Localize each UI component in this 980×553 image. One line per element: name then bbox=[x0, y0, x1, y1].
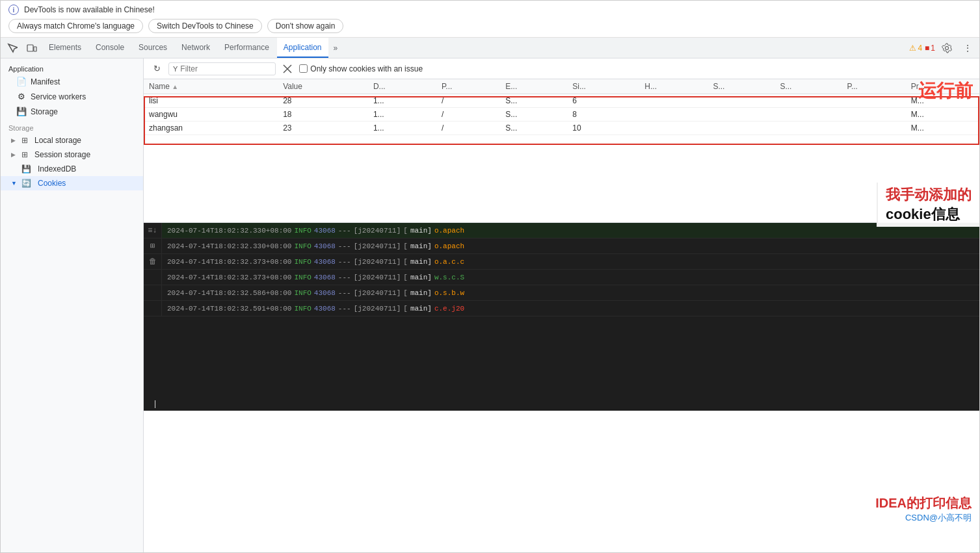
log-pid: 43068 bbox=[314, 242, 336, 250]
settings-icon-btn[interactable] bbox=[938, 39, 956, 57]
log-row[interactable]: 2024-07-14T18:02:32.373+08:00 INFO 43068… bbox=[144, 270, 979, 285]
cookie-table-container: Name ▲ Value D... P... E... Si... H... S… bbox=[144, 79, 979, 222]
tab-elements[interactable]: Elements bbox=[42, 38, 88, 58]
col-samesite: S... bbox=[775, 79, 841, 94]
device-icon-btn[interactable] bbox=[23, 39, 41, 57]
log-class-main: main] bbox=[410, 242, 432, 250]
sidebar-item-storage-top[interactable]: 💾 Storage bbox=[1, 104, 143, 119]
refresh-btn[interactable]: ↻ bbox=[149, 61, 165, 77]
table-cell-2: 1... bbox=[368, 122, 436, 135]
log-thread: [j20240711] bbox=[354, 258, 401, 266]
bottom-annotation: IDEA的打印信息 CSDN@小高不明 bbox=[867, 492, 979, 526]
tab-sources[interactable]: Sources bbox=[132, 38, 174, 58]
log-dash: --- bbox=[338, 242, 351, 250]
table-cell-0: zhangsan bbox=[144, 122, 278, 135]
cookie-annotation-line2: cookie信息 bbox=[886, 205, 972, 224]
table-row[interactable]: wangwu181.../S...8M... bbox=[144, 108, 979, 122]
table-header-row: Name ▲ Value D... P... E... Si... H... S… bbox=[144, 79, 979, 94]
log-timestamp: 2024-07-14T18:02:32.373+08:00 bbox=[167, 274, 291, 281]
log-thread: [j20240711] bbox=[354, 305, 401, 313]
log-bracket: [ bbox=[403, 305, 408, 313]
filter-input[interactable] bbox=[180, 64, 271, 73]
log-row-content: 2024-07-14T18:02:32.586+08:00 INFO 43068… bbox=[162, 285, 979, 300]
warning-badge: ⚠ 4 bbox=[909, 44, 922, 53]
error-badge: ■ 1 bbox=[925, 44, 935, 53]
sidebar-item-service-workers[interactable]: ⚙ Service workers bbox=[1, 89, 143, 104]
log-row[interactable]: 2024-07-14T18:02:32.591+08:00 INFO 43068… bbox=[144, 301, 979, 316]
table-row[interactable]: zhangsan231.../S...10M... bbox=[144, 122, 979, 135]
table-cell-6 bbox=[639, 122, 708, 135]
log-row[interactable]: ⊞2024-07-14T18:02:32.330+08:00 INFO 4306… bbox=[144, 238, 979, 254]
log-pid: 43068 bbox=[314, 305, 336, 313]
tab-bar: Elements Console Sources Network Perform… bbox=[1, 38, 979, 58]
log-row-content: 2024-07-14T18:02:32.373+08:00 INFO 43068… bbox=[162, 270, 979, 285]
cookies-icon: 🔄 bbox=[21, 179, 31, 188]
log-row-icon bbox=[144, 301, 162, 316]
col-httponly: H... bbox=[639, 79, 708, 94]
table-cell-5: 8 bbox=[567, 108, 639, 122]
log-row[interactable]: 2024-07-14T18:02:32.586+08:00 INFO 43068… bbox=[144, 285, 979, 301]
always-match-btn[interactable]: Always match Chrome's language bbox=[8, 19, 143, 33]
log-thread: [j20240711] bbox=[354, 227, 401, 235]
table-cell-3: / bbox=[436, 94, 500, 108]
table-cell-6 bbox=[639, 108, 708, 122]
table-cell-1: 23 bbox=[278, 122, 368, 135]
table-cell-9 bbox=[841, 122, 905, 135]
log-class-main: main] bbox=[410, 227, 432, 235]
log-thread: [j20240711] bbox=[354, 242, 401, 250]
error-count: 1 bbox=[931, 44, 935, 53]
tab-performance[interactable]: Performance bbox=[218, 38, 276, 58]
log-timestamp: 2024-07-14T18:02:32.330+08:00 bbox=[167, 242, 291, 250]
log-class-other: w.s.c.S bbox=[434, 274, 464, 281]
log-row-icon bbox=[144, 285, 162, 300]
log-class-other: o.a.c.c bbox=[434, 258, 464, 266]
col-path: P... bbox=[436, 79, 500, 94]
filter-icon: Y bbox=[173, 65, 178, 73]
only-show-issue-label[interactable]: Only show cookies with an issue bbox=[299, 64, 423, 73]
only-show-issue-checkbox[interactable] bbox=[299, 64, 308, 73]
sidebar-item-manifest[interactable]: 📄 Manifest bbox=[1, 74, 143, 89]
more-options-btn[interactable]: ⋮ bbox=[959, 39, 977, 57]
tab-network[interactable]: Network bbox=[175, 38, 217, 58]
table-cell-5: 10 bbox=[567, 122, 639, 135]
session-storage-label: Session storage bbox=[34, 150, 90, 159]
table-cell-10: M... bbox=[906, 108, 979, 122]
tab-application[interactable]: Application bbox=[277, 38, 328, 58]
dont-show-btn[interactable]: Don't show again bbox=[267, 19, 344, 33]
log-dash: --- bbox=[338, 274, 351, 281]
tab-console[interactable]: Console bbox=[89, 38, 131, 58]
main-area: Application 📄 Manifest ⚙ Service workers… bbox=[1, 58, 979, 552]
expand-arrow-cookies: ▼ bbox=[11, 180, 18, 186]
info-icon: i bbox=[8, 5, 19, 15]
log-timestamp: 2024-07-14T18:02:32.586+08:00 bbox=[167, 289, 291, 297]
table-cell-4: S... bbox=[500, 94, 567, 108]
sidebar-item-indexeddb[interactable]: ▶ 💾 IndexedDB bbox=[1, 162, 143, 176]
cookie-annotation-line1: 我手动添加的 bbox=[886, 185, 972, 205]
log-row[interactable]: 🗑2024-07-14T18:02:32.373+08:00 INFO 4306… bbox=[144, 254, 979, 270]
cursor-icon-btn[interactable] bbox=[3, 39, 21, 57]
table-cell-8 bbox=[775, 122, 841, 135]
table-cell-2: 1... bbox=[368, 94, 436, 108]
log-pid: 43068 bbox=[314, 227, 336, 235]
warning-icon: ⚠ bbox=[909, 44, 916, 53]
switch-devtools-btn[interactable]: Switch DevTools to Chinese bbox=[148, 19, 262, 33]
sidebar-item-session-storage[interactable]: ▶ ⊞ Session storage bbox=[1, 148, 143, 162]
table-cell-10: M... bbox=[906, 122, 979, 135]
log-thread: [j20240711] bbox=[354, 274, 401, 281]
tab-more[interactable]: » bbox=[330, 41, 342, 55]
log-pid: 43068 bbox=[314, 274, 336, 281]
log-timestamp: 2024-07-14T18:02:32.330+08:00 bbox=[167, 227, 291, 235]
table-row[interactable]: lisi281.../S...6M... bbox=[144, 94, 979, 108]
sidebar-section-storage: Storage bbox=[1, 119, 143, 133]
sidebar-item-local-storage[interactable]: ▶ ⊞ Local storage bbox=[1, 133, 143, 148]
notification-bar: i DevTools is now available in Chinese! … bbox=[1, 1, 979, 38]
idea-annotation-text: IDEA的打印信息 bbox=[875, 495, 972, 512]
table-cell-7 bbox=[708, 122, 775, 135]
console-cursor-line: | bbox=[144, 396, 979, 411]
table-cell-8 bbox=[775, 108, 841, 122]
sidebar-item-cookies[interactable]: ▼ 🔄 Cookies bbox=[1, 176, 143, 190]
col-name: Name ▲ bbox=[144, 79, 278, 94]
log-row[interactable]: ≡↓2024-07-14T18:02:32.330+08:00 INFO 430… bbox=[144, 223, 979, 238]
notification-row2: Always match Chrome's language Switch De… bbox=[8, 19, 972, 33]
clear-all-btn[interactable] bbox=[280, 61, 295, 77]
